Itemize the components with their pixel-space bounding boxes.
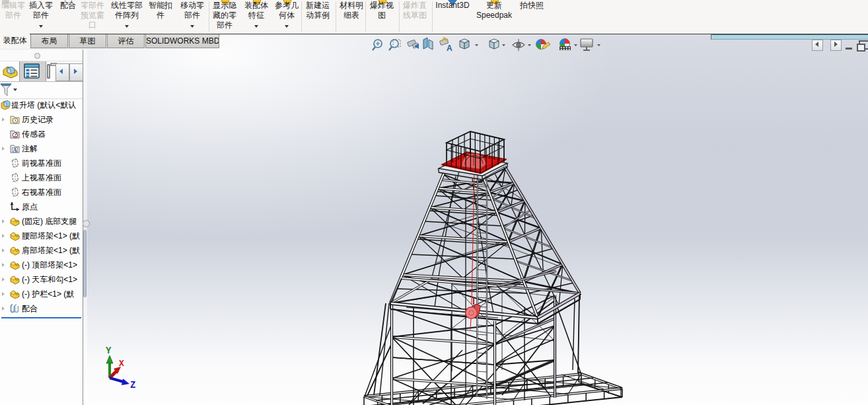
svg-text:Y: Y	[106, 346, 112, 356]
svg-text:X: X	[119, 359, 124, 369]
svg-text:Z: Z	[130, 380, 135, 390]
svg-text:A: A	[447, 44, 452, 53]
svg-text:A: A	[13, 147, 18, 153]
